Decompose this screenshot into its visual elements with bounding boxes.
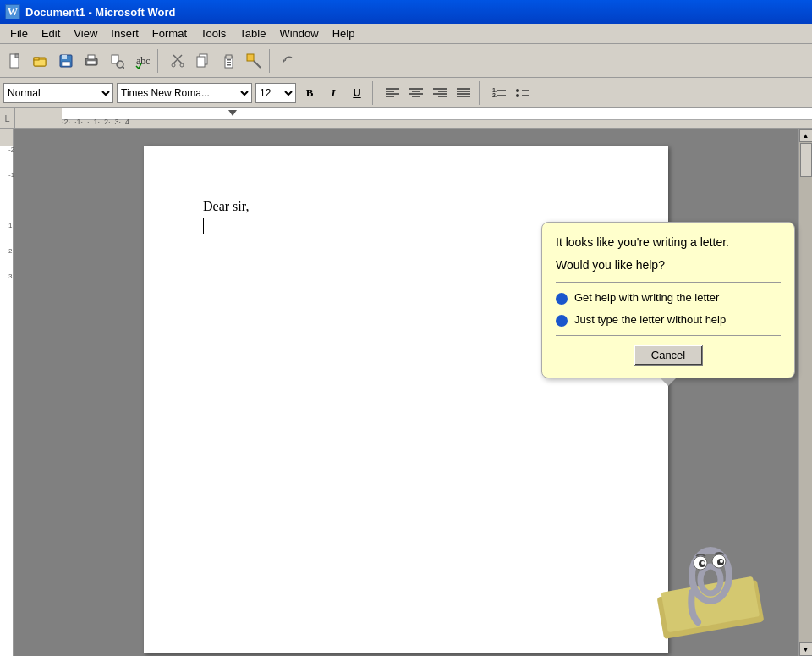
format-bar: Normal Times New Roma... 12 B I U 1.2. [0,78,812,108]
bold-button[interactable]: B [299,83,320,103]
svg-point-17 [172,63,175,67]
ruler-track: ·2· ·1· · 1· 2· 3· 4 [15,108,812,128]
toolbar: abc [0,44,812,78]
format-painter-button[interactable] [242,49,266,73]
doc-area: -2 -1 1 2 3 Dear sir, ▲ ▼ It looks like … [0,129,812,656]
bullets-button[interactable] [513,83,533,103]
scroll-up[interactable]: ▲ [799,129,813,142]
clippy-tooltip: It looks like you're writing a letter. W… [541,222,795,378]
ruler-corner: L [0,108,15,128]
align-left-button[interactable] [382,83,403,103]
cut-button[interactable] [166,49,189,73]
align-right-button[interactable] [430,83,450,103]
print-preview-button[interactable] [105,49,129,73]
option2-text: Just type the letter without help [574,313,726,326]
separator-3 [372,81,377,105]
cancel-button[interactable]: Cancel [634,345,703,366]
print-button[interactable] [80,49,103,73]
menu-insert[interactable]: Insert [104,25,145,41]
justify-button[interactable] [453,83,474,103]
separator-1 [157,49,162,73]
numbering-button[interactable]: 1.2. [489,83,509,103]
svg-point-61 [701,561,705,565]
vertical-scrollbar[interactable]: ▲ ▼ [798,129,812,656]
scroll-track[interactable] [799,142,813,642]
window-title: Document1 - Microsoft Word [25,6,175,19]
tooltip-question: Would you like help? [556,258,781,272]
copy-button[interactable] [191,49,215,73]
tooltip-divider-2 [556,335,781,336]
separator-2 [269,49,274,73]
svg-line-27 [254,61,261,68]
title-bar: W Document1 - Microsoft Word [0,0,812,24]
vertical-ruler: -2 -1 1 2 3 [0,129,14,656]
svg-rect-23 [227,59,231,61]
svg-point-49 [516,89,519,92]
svg-rect-24 [227,62,231,63]
align-center-button[interactable] [406,83,426,103]
svg-line-13 [123,67,124,69]
style-selector[interactable]: Normal [3,83,113,103]
clippy-figure [634,487,787,639]
svg-rect-25 [227,64,231,66]
app-icon: W [5,4,20,19]
svg-marker-28 [283,58,285,63]
menu-help[interactable]: Help [326,25,362,41]
text-cursor [203,218,204,234]
svg-point-18 [180,63,184,67]
tooltip-cancel-row: Cancel [556,345,781,366]
size-selector[interactable]: 12 [255,83,296,103]
svg-rect-22 [226,55,232,58]
spell-button[interactable]: abc [130,49,154,73]
svg-rect-7 [62,62,70,66]
menu-table[interactable]: Table [233,25,272,41]
svg-text:abc: abc [136,55,150,67]
font-selector[interactable]: Times New Roma... [117,83,252,103]
tooltip-message: It looks like you're writing a letter. [556,234,781,251]
new-button[interactable] [3,49,27,73]
separator-4 [479,81,484,105]
menu-file[interactable]: File [3,25,35,41]
tooltip-option-1[interactable]: Get help with writing the letter [556,291,781,305]
menu-format[interactable]: Format [145,25,194,41]
tooltip-option-2[interactable]: Just type the letter without help [556,313,781,327]
menu-bar: File Edit View Insert Format Tools Table… [0,24,812,44]
save-button[interactable] [54,49,78,73]
svg-text:2.: 2. [492,92,497,98]
undo-button[interactable] [277,49,301,73]
svg-rect-26 [247,54,254,61]
open-button[interactable] [29,49,52,73]
option1-bullet [556,293,568,305]
ruler: L ·2· ·1· · 1· 2· 3· 4 [0,108,812,129]
svg-point-62 [720,560,723,563]
svg-point-51 [516,94,519,97]
doc-text-content: Dear sir, [203,199,249,213]
option1-text: Get help with writing the letter [574,291,719,304]
menu-tools[interactable]: Tools [194,25,233,41]
svg-rect-9 [87,61,96,64]
menu-window[interactable]: Window [272,25,325,41]
svg-rect-20 [197,57,205,67]
scroll-down[interactable]: ▼ [799,642,813,656]
svg-point-12 [117,61,123,68]
svg-rect-10 [88,55,95,59]
italic-button[interactable]: I [323,83,343,103]
scroll-thumb[interactable] [800,143,812,177]
underline-button[interactable]: U [347,83,367,103]
option2-bullet [556,315,568,327]
svg-rect-1 [15,54,19,58]
menu-view[interactable]: View [67,25,104,41]
svg-rect-4 [34,58,39,60]
clippy-svg [643,504,778,639]
tooltip-divider [556,282,781,283]
svg-rect-6 [62,55,67,59]
menu-edit[interactable]: Edit [35,25,67,41]
paste-button[interactable] [217,49,240,73]
